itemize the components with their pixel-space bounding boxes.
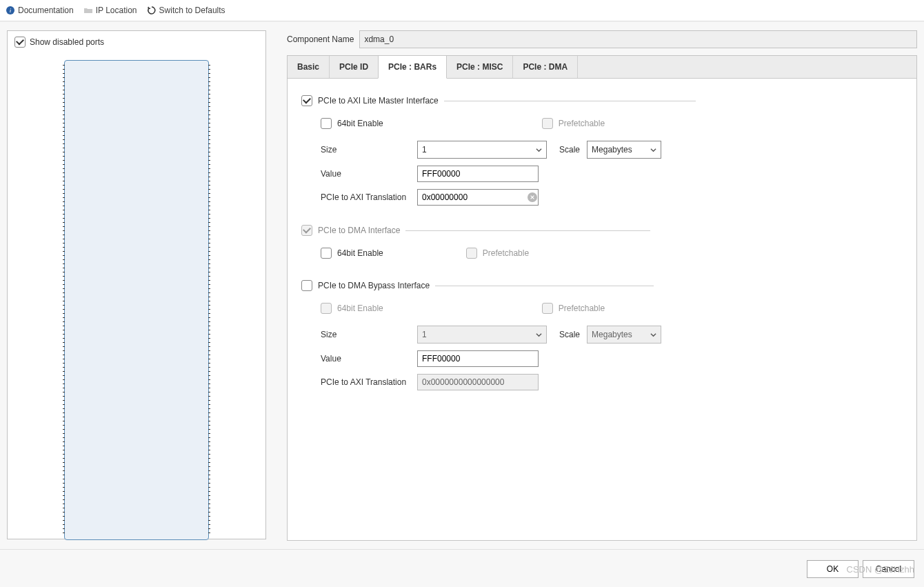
show-disabled-ports-label: Show disabled ports <box>30 37 104 47</box>
tab-pcie-dma[interactable]: PCIe : DMA <box>513 56 578 78</box>
axi-lite-value-label: Value <box>321 169 410 179</box>
checkbox-icon <box>321 303 332 314</box>
dma-prefetchable-checkbox: Prefetchable <box>466 246 529 261</box>
chevron-down-icon <box>650 147 656 153</box>
ok-button[interactable]: OK <box>807 560 858 578</box>
component-name-label: Component Name <box>287 34 354 44</box>
bypass-translation-input <box>417 374 539 390</box>
axi-lite-64bit-checkbox[interactable]: 64bit Enable <box>321 116 383 131</box>
axi-lite-prefetchable-checkbox: Prefetchable <box>542 116 605 131</box>
divider <box>405 230 650 231</box>
group-axi-lite-title: PCIe to AXI Lite Master Interface <box>318 96 439 106</box>
tab-content-bars: PCIe to AXI Lite Master Interface 64bit … <box>288 79 916 426</box>
bypass-prefetchable-label: Prefetchable <box>559 304 605 313</box>
axi-lite-translation-input[interactable] <box>417 189 539 206</box>
footer: OK Cancel <box>0 550 924 587</box>
group-bypass-title: PCIe to DMA Bypass Interface <box>318 281 430 290</box>
bypass-translation-label: PCIe to AXI Translation <box>321 377 410 387</box>
axi-lite-prefetchable-label: Prefetchable <box>559 119 605 128</box>
axi-lite-value-input[interactable] <box>417 166 539 182</box>
divider <box>444 101 696 101</box>
config-panel: Component Name Basic PCIe ID PCIe : BARs… <box>287 30 917 541</box>
group-dma-title: PCIe to DMA Interface <box>318 226 400 235</box>
bypass-scale-label: Scale <box>559 330 580 339</box>
tab-basic[interactable]: Basic <box>288 56 330 78</box>
main-area: Show disabled ports Component Name Basic… <box>0 21 924 550</box>
documentation-button[interactable]: i Documentation <box>6 6 74 15</box>
refresh-icon <box>147 6 157 15</box>
axi-lite-scale-select[interactable]: Megabytes <box>587 141 661 159</box>
tabs-container: Basic PCIe ID PCIe : BARs PCIe : MISC PC… <box>287 55 917 541</box>
bypass-value-input[interactable] <box>417 350 539 367</box>
left-ports-ticks <box>63 65 65 535</box>
dma-prefetchable-label: Prefetchable <box>483 248 529 258</box>
chevron-down-icon <box>536 332 542 338</box>
bypass-64bit-checkbox: 64bit Enable <box>321 301 383 316</box>
component-name-input[interactable] <box>359 30 917 48</box>
switch-defaults-label: Switch to Defaults <box>159 6 225 15</box>
checkbox-icon <box>466 248 477 259</box>
ip-location-button[interactable]: IP Location <box>83 6 137 15</box>
axi-lite-size-label: Size <box>321 145 410 155</box>
checkbox-icon <box>14 37 26 48</box>
group-dma-interface: PCIe to DMA Interface 64bit Enable Prefe… <box>301 225 903 261</box>
group-dma-bypass: PCIe to DMA Bypass Interface 64bit Enabl… <box>301 280 903 390</box>
chevron-down-icon <box>650 332 656 338</box>
bypass-size-label: Size <box>321 330 410 339</box>
axi-lite-64bit-label: 64bit Enable <box>337 119 383 128</box>
toolbar: i Documentation IP Location Switch to De… <box>0 0 924 21</box>
bypass-prefetchable-checkbox: Prefetchable <box>542 301 605 316</box>
divider <box>435 286 654 286</box>
tab-pcie-bars[interactable]: PCIe : BARs <box>378 56 447 79</box>
checkbox-icon <box>321 118 332 129</box>
tab-pcie-misc[interactable]: PCIe : MISC <box>447 56 513 78</box>
cancel-button[interactable]: Cancel <box>863 560 914 578</box>
axi-lite-translation-label: PCIe to AXI Translation <box>321 192 410 202</box>
bypass-size-select: 1 <box>417 326 547 344</box>
axi-lite-size-select[interactable]: 1 <box>417 141 547 159</box>
axi-lite-scale-label: Scale <box>559 145 580 155</box>
info-icon: i <box>6 6 15 15</box>
dma-64bit-label: 64bit Enable <box>337 248 383 258</box>
folder-icon <box>83 6 93 15</box>
documentation-label: Documentation <box>18 6 74 15</box>
block-diagram <box>14 60 259 540</box>
group-axi-lite-master: PCIe to AXI Lite Master Interface 64bit … <box>301 95 903 206</box>
checkbox-icon <box>321 248 332 259</box>
right-ports-ticks <box>208 65 210 535</box>
bypass-value-label: Value <box>321 354 410 364</box>
dma-64bit-checkbox[interactable]: 64bit Enable <box>321 246 383 261</box>
group-dma-checkbox <box>301 225 312 236</box>
ip-block-rect <box>64 60 209 540</box>
chevron-down-icon <box>536 147 542 153</box>
ip-location-label: IP Location <box>96 6 137 15</box>
group-bypass-checkbox[interactable] <box>301 280 312 291</box>
group-axi-lite-checkbox[interactable] <box>301 95 312 106</box>
show-disabled-ports-checkbox[interactable]: Show disabled ports <box>14 37 259 48</box>
tab-pcie-id[interactable]: PCIe ID <box>330 56 379 78</box>
clear-icon[interactable] <box>528 192 537 202</box>
tabs: Basic PCIe ID PCIe : BARs PCIe : MISC PC… <box>288 56 916 79</box>
component-name-row: Component Name <box>287 30 917 48</box>
checkbox-icon <box>542 303 553 314</box>
ports-panel: Show disabled ports <box>7 30 266 539</box>
switch-defaults-button[interactable]: Switch to Defaults <box>147 6 225 15</box>
checkbox-icon <box>542 118 553 129</box>
bypass-scale-select: Megabytes <box>587 326 661 344</box>
bypass-64bit-label: 64bit Enable <box>337 304 383 313</box>
